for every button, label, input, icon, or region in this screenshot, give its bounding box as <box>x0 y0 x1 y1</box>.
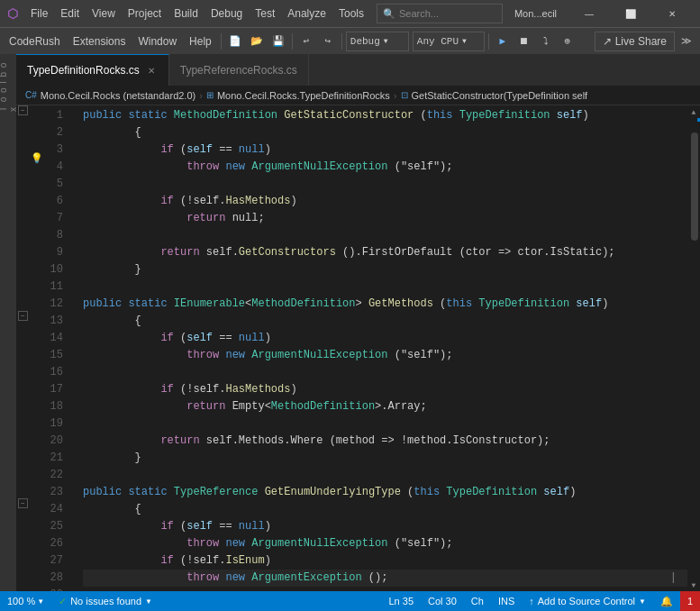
code-line-1: public static MethodDefinition GetStatic… <box>83 107 687 124</box>
more-toolbar-btn[interactable]: ≫ <box>677 32 696 51</box>
code-line-16 <box>83 364 687 381</box>
code-line-11 <box>83 278 687 296</box>
col-status[interactable]: Col 30 <box>421 591 464 611</box>
fold-icons-column: − − − 💡 <box>16 105 29 591</box>
vs-icon: ⬡ <box>7 6 18 21</box>
code-line-14: if (self == null) <box>83 330 687 347</box>
menu-build[interactable]: Build <box>168 5 204 22</box>
breadcrumb-method[interactable]: GetStaticConstructor(TypeDefinition self <box>412 90 588 101</box>
breadcrumb-class[interactable]: Mono.Cecil.Rocks.TypeDefinitionRocks <box>217 90 390 101</box>
separator-3 <box>341 33 342 50</box>
menu-debug[interactable]: Debug <box>205 5 248 22</box>
fold-icon-2[interactable]: − <box>18 311 28 321</box>
search-box[interactable]: 🔍 Search... <box>377 4 503 23</box>
title-bar: ⬡ File Edit View Project Build Debug Tes… <box>0 0 700 27</box>
menu-test[interactable]: Test <box>250 5 280 22</box>
source-control-arrow: ▼ <box>639 597 646 606</box>
main-layout: T o o l b o x TypeDefinitionRocks.cs ✕ T… <box>0 54 700 591</box>
search-placeholder: Search... <box>399 8 439 19</box>
error-badge[interactable]: 1 <box>680 591 700 611</box>
fold-icon-1[interactable]: − <box>18 105 28 115</box>
code-editor[interactable]: − − − 💡 12345 678910 1112131415 16171819… <box>16 105 700 591</box>
code-line-28: throw new ArgumentException (); | <box>83 570 687 587</box>
restore-button[interactable]: ⬜ <box>610 0 651 27</box>
breadcrumb-method-icon: ⊡ <box>401 90 408 100</box>
menu-tools[interactable]: Tools <box>333 5 369 22</box>
code-line-5 <box>83 176 687 193</box>
source-control-status[interactable]: ↑ Add to Source Control ▼ <box>522 591 653 611</box>
breakpoints-btn[interactable]: ⊕ <box>558 32 577 51</box>
redo-btn[interactable]: ↪ <box>318 32 338 51</box>
zoom-label: 100 % <box>7 596 35 606</box>
code-line-24: { <box>83 501 687 518</box>
window-title: Mon...ecil <box>510 8 561 19</box>
tab-label-typedefinitionrocks: TypeDefinitionRocks.cs <box>27 64 140 77</box>
issues-status[interactable]: ✓ No issues found ▼ <box>51 591 159 611</box>
debug-config-dropdown[interactable]: Debug ▼ <box>346 32 409 51</box>
minimize-button[interactable]: — <box>568 0 610 27</box>
fold-icon-3[interactable]: − <box>18 498 28 508</box>
platform-label: Any CPU <box>417 36 459 47</box>
tab-bar: TypeDefinitionRocks.cs ✕ TypeReferenceRo… <box>16 54 700 86</box>
menu-analyze[interactable]: Analyze <box>282 5 332 22</box>
code-line-17: if (!self.HasMethods) <box>83 381 687 398</box>
separator-4 <box>488 33 489 50</box>
menu-extensions[interactable]: Extensions <box>68 33 132 50</box>
activity-bar: T o o l b o x <box>0 54 16 591</box>
code-line-9: return self.GetConstructors ().FirstOrDe… <box>83 244 687 261</box>
open-file-btn[interactable]: 📂 <box>247 32 267 51</box>
scroll-up-btn[interactable]: ▲ <box>687 105 700 118</box>
code-line-19 <box>83 415 687 433</box>
menu-coderush[interactable]: CodeRush <box>4 33 66 50</box>
ch-status[interactable]: Ch <box>464 591 491 611</box>
code-line-3: if (self == null) <box>83 141 687 159</box>
undo-btn[interactable]: ↩ <box>296 32 316 51</box>
ins-status[interactable]: INS <box>491 591 522 611</box>
breadcrumb-icon: C# <box>25 90 37 100</box>
issues-dropdown-icon: ▼ <box>145 597 152 606</box>
code-line-26: throw new ArgumentNullException ("self")… <box>83 535 687 552</box>
menu-file[interactable]: File <box>25 5 53 22</box>
code-line-10: } <box>83 261 687 278</box>
live-share-icon: ↗ <box>603 35 612 48</box>
line-col-status[interactable]: Ln 35 <box>381 591 421 611</box>
activity-toolbox[interactable]: T o o l b o x <box>1 58 15 112</box>
new-file-btn[interactable]: 📄 <box>225 32 245 51</box>
menu-help[interactable]: Help <box>184 33 217 50</box>
status-bar: 100 % ▼ ✓ No issues found ▼ Ln 35 Col 30… <box>0 591 700 611</box>
menu-edit[interactable]: Edit <box>55 5 85 22</box>
tab-typereferencerocks[interactable]: TypeReferenceRocks.cs <box>169 54 309 86</box>
save-btn[interactable]: 💾 <box>268 32 288 51</box>
code-content[interactable]: public static MethodDefinition GetStatic… <box>72 105 687 591</box>
live-share-button[interactable]: ↗ Live Share <box>595 32 675 51</box>
separator-1 <box>221 33 222 50</box>
breadcrumb-sep-2: › <box>394 90 397 101</box>
code-line-12: public static IEnumerable<MethodDefiniti… <box>83 296 687 313</box>
tab-typedefinitionrocks[interactable]: TypeDefinitionRocks.cs ✕ <box>16 54 169 86</box>
menu-window[interactable]: Window <box>132 33 182 50</box>
breadcrumb-sep-1: › <box>199 90 203 101</box>
code-line-27: if (!self.IsEnum) <box>83 552 687 570</box>
lightbulb-icon[interactable]: 💡 <box>31 152 43 164</box>
scrollbar-vertical[interactable]: ▲ ▼ <box>687 105 700 591</box>
notifications-btn[interactable]: 🔔 <box>653 591 680 611</box>
zoom-control[interactable]: 100 % ▼ <box>0 591 51 611</box>
stop-btn[interactable]: ⏹ <box>514 32 534 51</box>
start-btn[interactable]: ▶ <box>493 32 513 51</box>
error-count: 1 <box>687 596 693 606</box>
code-line-15: throw new ArgumentNullException ("self")… <box>83 347 687 364</box>
line-numbers: 12345 678910 1112131415 1617181920 21222… <box>29 105 72 591</box>
menu-project[interactable]: Project <box>123 5 167 22</box>
tab-close-typedefinitionrocks[interactable]: ✕ <box>145 64 158 77</box>
window-controls: — ⬜ ✕ <box>568 0 693 27</box>
menu-view[interactable]: View <box>86 5 121 22</box>
close-button[interactable]: ✕ <box>651 0 693 27</box>
scroll-thumb[interactable] <box>691 132 698 241</box>
breadcrumb-namespace[interactable]: Mono.Cecil.Rocks (netstandard2.0) <box>41 90 195 101</box>
debug-config-label: Debug <box>350 36 380 47</box>
platform-dropdown[interactable]: Any CPU ▼ <box>413 32 485 51</box>
step-over-btn[interactable]: ⤵ <box>536 32 556 51</box>
code-line-20: return self.Methods.Where (method => !me… <box>83 433 687 450</box>
code-line-2: { <box>83 124 687 141</box>
scroll-down-btn[interactable]: ▼ <box>687 579 700 591</box>
